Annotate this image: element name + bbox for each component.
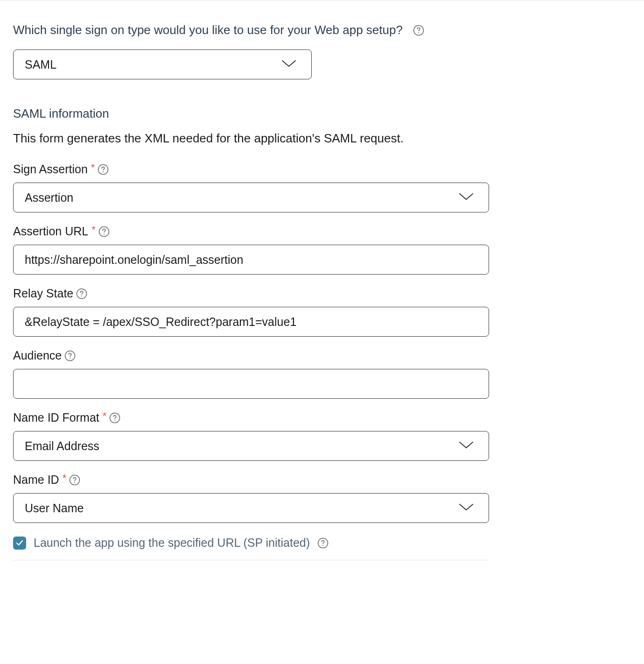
help-icon[interactable] xyxy=(98,164,109,175)
help-icon[interactable] xyxy=(76,288,87,299)
name-id-format-select[interactable]: Email Address xyxy=(13,431,489,461)
svg-point-11 xyxy=(114,420,115,421)
audience-label: Audience xyxy=(13,349,62,362)
sso-type-header: Which single sign on type would you like… xyxy=(13,23,631,37)
chevron-down-icon xyxy=(458,440,475,452)
audience-field: Audience xyxy=(13,349,631,399)
sp-initiated-checkbox[interactable] xyxy=(13,537,26,550)
svg-point-15 xyxy=(322,545,323,546)
assertion-url-field: Assertion URL * xyxy=(13,225,631,275)
required-star: * xyxy=(91,162,95,174)
chevron-down-icon xyxy=(280,59,297,70)
help-icon[interactable] xyxy=(69,474,80,486)
name-id-format-label: Name ID Format xyxy=(13,411,99,424)
name-id-value: User Name xyxy=(25,502,84,515)
relay-state-input[interactable] xyxy=(13,307,489,337)
name-id-field: Name ID * User Name xyxy=(13,473,631,523)
chevron-down-icon xyxy=(458,192,475,203)
sso-type-select[interactable]: SAML xyxy=(13,49,312,79)
audience-input[interactable] xyxy=(13,369,489,399)
bottom-divider xyxy=(13,560,489,560)
name-id-label: Name ID xyxy=(13,473,59,487)
sign-assertion-field: Sign Assertion * Assertion xyxy=(13,162,631,212)
svg-point-5 xyxy=(104,233,105,234)
svg-point-3 xyxy=(103,171,104,172)
svg-point-9 xyxy=(70,358,70,359)
top-divider xyxy=(0,0,644,0)
relay-state-label: Relay State xyxy=(13,287,73,300)
required-star: * xyxy=(91,224,96,236)
help-icon[interactable] xyxy=(64,350,76,361)
required-star: * xyxy=(63,472,67,484)
help-icon[interactable] xyxy=(109,412,120,424)
sp-initiated-row: Launch the app using the specified URL (… xyxy=(13,536,631,550)
name-id-format-value: Email Address xyxy=(25,439,99,453)
name-id-format-field: Name ID Format * Email Address xyxy=(13,411,631,461)
svg-point-7 xyxy=(81,296,82,297)
sign-assertion-label: Sign Assertion xyxy=(13,162,88,176)
assertion-url-input[interactable] xyxy=(13,245,489,275)
help-icon[interactable] xyxy=(413,25,424,36)
saml-section-heading: SAML information xyxy=(13,106,631,121)
sp-initiated-label: Launch the app using the specified URL (… xyxy=(34,536,310,550)
sso-type-value: SAML xyxy=(25,58,56,71)
saml-section-description: This form generates the XML needed for t… xyxy=(13,131,631,146)
sign-assertion-value: Assertion xyxy=(25,191,73,205)
help-icon[interactable] xyxy=(98,226,110,237)
sign-assertion-select[interactable]: Assertion xyxy=(13,183,489,212)
name-id-select[interactable]: User Name xyxy=(13,493,489,523)
sso-type-question: Which single sign on type would you like… xyxy=(13,23,403,37)
svg-point-1 xyxy=(418,32,419,33)
assertion-url-label: Assertion URL xyxy=(13,225,88,238)
required-star: * xyxy=(103,410,107,422)
relay-state-field: Relay State xyxy=(13,287,631,337)
svg-point-13 xyxy=(74,482,75,483)
chevron-down-icon xyxy=(458,502,475,514)
help-icon[interactable] xyxy=(317,537,329,549)
